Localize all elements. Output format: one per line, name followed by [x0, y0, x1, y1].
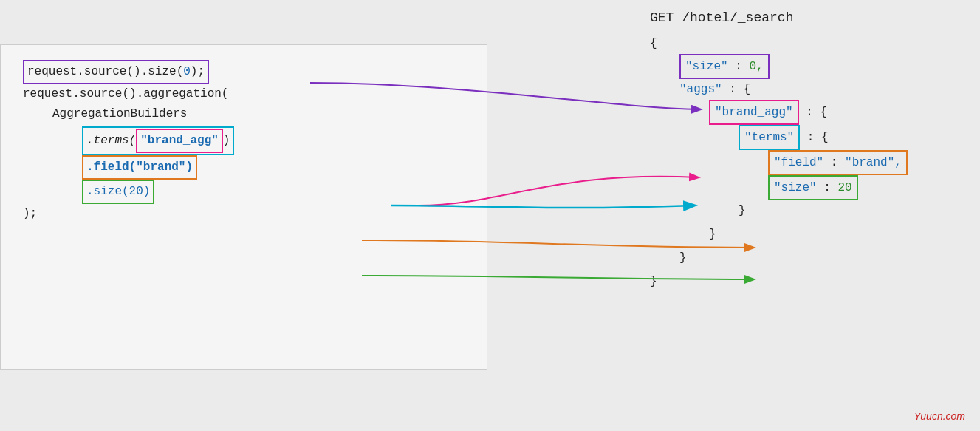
highlight-size-20: .size(20): [82, 180, 154, 204]
field-prefix: .field(: [86, 160, 136, 174]
box-inner-size-key: "size" : 20: [768, 175, 858, 200]
highlight-size-call: request.source().size(0);: [23, 60, 209, 84]
box-terms-key: "terms": [739, 125, 800, 150]
box-field-key: "field" : "brand",: [768, 150, 908, 175]
right-brace-open: {: [650, 33, 965, 54]
right-panel: GET /hotel/_search { "size" : 0, "aggs" …: [635, 0, 980, 431]
highlight-brand-agg-arg: "brand_agg": [136, 129, 223, 153]
code-line-1: request.source().size(0);: [23, 60, 465, 84]
right-aggs-line: "aggs" : {: [679, 79, 965, 100]
right-inner-size-line: "size" : 20: [768, 175, 965, 200]
code-line-2: request.source().aggregation(: [23, 84, 465, 104]
right-close1: }: [739, 200, 965, 221]
right-brand-agg-line: "brand_agg" : {: [709, 100, 965, 125]
right-terms-line: "terms" : {: [739, 125, 965, 150]
code-line-4: .terms("brand_agg"): [82, 126, 465, 155]
code-line-7: );: [23, 204, 465, 224]
line1-suffix: );: [191, 65, 205, 78]
right-close2: }: [709, 224, 965, 245]
field-suffix: ): [185, 160, 193, 174]
code-line-3: AggregationBuilders: [52, 104, 465, 124]
line3-text: AggregationBuilders: [52, 107, 187, 121]
highlight-field: .field("brand"): [82, 155, 197, 180]
left-panel: request.source().size(0); request.source…: [0, 44, 487, 370]
size-prefix: .size(: [86, 185, 129, 198]
right-close3: }: [679, 248, 965, 268]
right-field-line: "field" : "brand",: [768, 150, 965, 175]
box-brand-agg-key: "brand_agg": [709, 100, 799, 125]
field-arg: "brand": [136, 160, 185, 174]
right-size-line: "size" : 0,: [679, 54, 965, 79]
terms-suffix: ): [223, 134, 230, 147]
code-line-5: .field("brand"): [82, 155, 465, 180]
box-size-key: "size" : 0,: [679, 54, 770, 79]
api-header: GET /hotel/_search: [650, 7, 965, 29]
terms-prefix: .terms(: [86, 134, 136, 147]
right-close4: }: [650, 271, 965, 292]
size-suffix: ): [143, 185, 151, 198]
code-line-6: .size(20): [82, 180, 465, 204]
brand-agg-text: "brand_agg": [140, 134, 219, 147]
line1-prefix: request.source().size(: [27, 65, 183, 78]
line2-text: request.source().aggregation(: [23, 87, 228, 101]
closing-paren: );: [23, 207, 37, 220]
line1-num: 0: [183, 65, 191, 78]
highlight-terms: .terms("brand_agg"): [82, 126, 234, 155]
watermark: Yuucn.com: [914, 410, 965, 422]
size-num: 20: [129, 185, 143, 198]
main-container: request.source().size(0); request.source…: [0, 0, 980, 431]
